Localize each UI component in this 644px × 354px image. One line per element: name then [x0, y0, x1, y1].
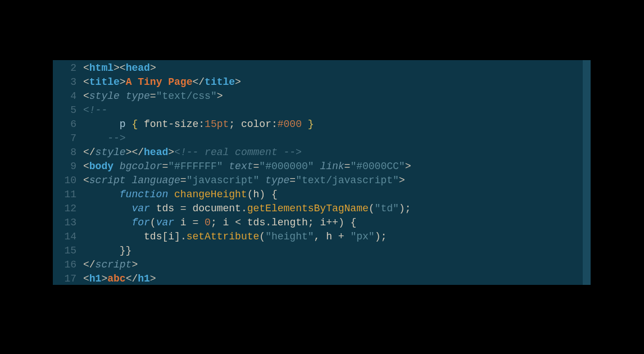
code-token: getElementsByTagName [247, 203, 369, 214]
code-line[interactable]: <!-- [83, 103, 591, 117]
code-token: > [405, 161, 411, 172]
code-token: "#FFFFFF" [168, 161, 223, 172]
code-token [150, 203, 156, 214]
code-token: = [150, 90, 156, 102]
code-token: < [120, 62, 126, 74]
code-token: </ [83, 147, 96, 158]
code-token: title [89, 76, 120, 88]
code-token [344, 217, 351, 228]
code-token: head [126, 62, 150, 74]
code-token: ) [338, 217, 344, 228]
line-number: 5 [53, 103, 76, 117]
code-token: link [320, 161, 344, 172]
code-token [187, 203, 193, 214]
code-token: ( [247, 189, 253, 200]
code-token [265, 189, 271, 200]
code-token: { [351, 217, 357, 228]
code-token: > [114, 62, 120, 74]
code-line[interactable]: </style></head><!-- real comment --> [83, 146, 591, 160]
code-editor[interactable]: 234567891011121314151617 <html><head><ti… [53, 60, 591, 285]
code-token [120, 90, 126, 102]
code-token: "height" [265, 231, 314, 242]
code-line[interactable]: function changeHeight(h) { [83, 188, 591, 202]
code-token: script [89, 175, 126, 186]
code-token: </ [192, 76, 205, 88]
code-token: "text/css" [156, 90, 217, 102]
code-line[interactable]: p { font-size:15pt; color:#000 } [83, 117, 591, 131]
code-token: var [131, 203, 149, 214]
code-line[interactable]: for(var i = 0; i < tds.length; i++) { [83, 216, 591, 230]
code-content[interactable]: <html><head><title>A Tiny Page</title><s… [81, 60, 591, 285]
code-token: color [241, 119, 271, 130]
line-number: 12 [53, 202, 76, 216]
code-token: { [271, 189, 278, 200]
code-token: changeHeight [174, 189, 247, 200]
code-line[interactable]: var tds = document.getElementsByTagName(… [83, 202, 591, 216]
code-token: --> [83, 133, 126, 144]
line-number: 2 [53, 61, 76, 75]
code-line[interactable]: <h1>abc</h1> [83, 272, 591, 285]
code-token: [ [162, 231, 168, 242]
code-line[interactable]: <style type="text/css"> [83, 89, 591, 103]
code-token [126, 175, 132, 186]
line-number: 9 [53, 160, 76, 174]
code-token: < [83, 161, 89, 172]
code-line[interactable]: <html><head> [83, 61, 591, 75]
code-token: body [89, 161, 114, 172]
line-number: 10 [53, 174, 76, 188]
code-token: > [120, 76, 126, 88]
code-token [114, 161, 120, 172]
code-token: h1 [138, 273, 150, 284]
code-token: var [156, 217, 174, 228]
code-line[interactable]: <script language="javascript" type="text… [83, 174, 591, 188]
code-token: . [265, 217, 271, 228]
code-token [332, 231, 338, 242]
code-token: ++ [326, 217, 338, 228]
code-token [217, 217, 223, 228]
code-token: < [83, 90, 89, 102]
code-token: { [131, 119, 138, 130]
code-line[interactable]: </script> [83, 258, 591, 272]
code-token: > [168, 147, 174, 158]
code-token: abc [107, 273, 125, 284]
code-line[interactable]: <body bgcolor="#FFFFFF" text="#000000" l… [83, 160, 591, 174]
code-token: ) [375, 231, 381, 242]
code-token: ; [380, 231, 387, 242]
code-token: h1 [89, 273, 102, 284]
line-number: 15 [53, 244, 76, 258]
line-number: 3 [53, 75, 76, 89]
code-line[interactable]: }} [83, 244, 591, 258]
code-token [320, 231, 326, 242]
code-line[interactable]: <title>A Tiny Page</title> [83, 75, 591, 89]
code-token: for [131, 217, 149, 228]
code-token: <!-- [83, 105, 107, 116]
code-token: ( [369, 203, 375, 214]
code-token [302, 119, 308, 130]
code-token [314, 217, 320, 228]
code-line[interactable]: tds[i].setAttribute("height", h + "px"); [83, 230, 591, 244]
code-token [259, 175, 265, 186]
code-token: tds [156, 203, 174, 214]
code-token: ) [259, 189, 265, 200]
code-token: length [271, 217, 308, 228]
code-token: html [89, 62, 114, 74]
line-number: 8 [53, 146, 76, 160]
code-token: < [83, 62, 89, 74]
code-token: > [235, 76, 241, 88]
code-token [344, 231, 351, 242]
code-token: setAttribute [187, 231, 260, 242]
code-line[interactable]: --> [83, 131, 591, 146]
code-token: ; [229, 119, 235, 130]
code-token: </ [83, 259, 96, 270]
code-token: = [253, 161, 260, 172]
vertical-scrollbar[interactable] [583, 60, 591, 285]
code-token [229, 217, 235, 228]
code-token: </ [126, 273, 138, 284]
line-number: 7 [53, 131, 76, 146]
code-token: A Tiny Page [126, 76, 193, 88]
code-token: <!-- real comment --> [174, 147, 302, 158]
code-token [241, 217, 247, 228]
code-token: title [205, 76, 235, 88]
code-token: : [271, 119, 278, 130]
code-token [83, 189, 120, 200]
